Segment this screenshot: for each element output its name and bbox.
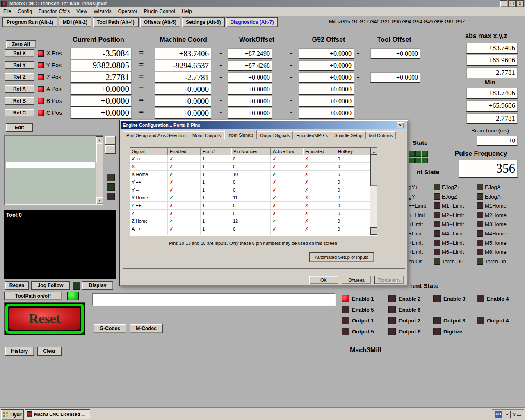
work-offset-dro[interactable]: +87.2490 bbox=[228, 48, 272, 59]
taskbar-task-button[interactable]: Mach3 CNC Licensed ... bbox=[25, 409, 90, 419]
current-position-dro[interactable]: +0.0000 bbox=[70, 83, 132, 95]
pin-number-cell[interactable]: 0 bbox=[231, 178, 271, 186]
table-row[interactable]: A -- ✗ 1 0 ✗ ✗ 0 bbox=[130, 233, 377, 236]
ref-axis-button[interactable]: Ref C bbox=[5, 109, 34, 116]
table-row[interactable]: Z -- ✗ 1 0 ✗ ✗ 0 bbox=[130, 210, 377, 217]
table-row[interactable]: Y ++ ✗ 1 0 ✗ ✗ 0 bbox=[130, 178, 377, 186]
hotkey-cell[interactable]: 0 bbox=[336, 225, 370, 233]
g92-offset-dro[interactable]: +0.0000 bbox=[299, 48, 354, 59]
clock[interactable]: 9:11 bbox=[513, 412, 521, 417]
display-mode-button[interactable]: Display bbox=[82, 281, 113, 290]
port-number-cell[interactable]: 1 bbox=[201, 210, 231, 217]
hotkey-cell[interactable]: 0 bbox=[336, 194, 370, 202]
port-number-cell[interactable]: 1 bbox=[201, 233, 231, 236]
dialog-tab[interactable]: Output Signals bbox=[257, 131, 293, 139]
enabled-state-icon[interactable]: ✔ bbox=[168, 217, 201, 225]
emulated-state-icon[interactable]: ✗ bbox=[303, 202, 336, 210]
work-offset-dro[interactable]: +0.0000 bbox=[228, 96, 272, 107]
active-low-state-icon[interactable]: ✗ bbox=[271, 233, 303, 236]
signal-name-cell[interactable]: X -- bbox=[130, 163, 168, 171]
enabled-state-icon[interactable]: ✗ bbox=[168, 210, 201, 217]
table-column-header[interactable]: Emulated bbox=[303, 148, 336, 155]
table-column-header[interactable]: Pin Number bbox=[231, 148, 271, 155]
table-column-header[interactable]: Signal bbox=[130, 148, 168, 155]
dialog-tab[interactable]: Encoder/MPG's bbox=[293, 131, 331, 139]
active-low-state-icon[interactable]: ✔ bbox=[271, 217, 303, 225]
port-number-cell[interactable]: 1 bbox=[201, 178, 231, 186]
machine-coord-dro[interactable]: +0.0000 bbox=[155, 96, 211, 107]
port-number-cell[interactable]: 1 bbox=[201, 194, 231, 202]
signal-name-cell[interactable]: Y ++ bbox=[130, 178, 168, 186]
hotkey-cell[interactable]: 0 bbox=[336, 202, 370, 210]
machine-coord-dro[interactable]: +83.7406 bbox=[155, 48, 211, 59]
table-row[interactable]: Z Home ✔ 1 12 ✔ ✗ 0 bbox=[130, 217, 377, 225]
active-low-state-icon[interactable]: ✗ bbox=[271, 202, 303, 210]
pin-number-cell[interactable]: 0 bbox=[231, 186, 271, 194]
scrollbar-thumb[interactable] bbox=[370, 154, 377, 186]
port-number-cell[interactable]: 1 bbox=[201, 186, 231, 194]
table-column-header[interactable]: Enabled bbox=[168, 148, 201, 155]
machine-coord-dro[interactable]: -2.7781 bbox=[155, 72, 211, 83]
table-row[interactable]: X ++ ✗ 1 0 ✗ ✗ 0 bbox=[130, 155, 377, 163]
signal-name-cell[interactable]: Z ++ bbox=[130, 202, 168, 210]
clear-button[interactable]: Clear bbox=[37, 347, 62, 356]
active-low-state-icon[interactable]: ✔ bbox=[271, 171, 303, 178]
ref-axis-button[interactable]: Ref Y bbox=[5, 61, 34, 69]
aux-button[interactable] bbox=[105, 136, 116, 145]
emulated-state-icon[interactable]: ✗ bbox=[303, 217, 336, 225]
hotkey-cell[interactable]: 0 bbox=[336, 171, 370, 178]
enabled-state-icon[interactable]: ✗ bbox=[168, 202, 201, 210]
table-row[interactable]: X Home ✔ 1 10 ✔ ✗ 0 bbox=[130, 171, 377, 178]
table-row[interactable]: Y -- ✗ 1 0 ✗ ✗ 0 bbox=[130, 186, 377, 194]
emulated-state-icon[interactable]: ✗ bbox=[303, 233, 336, 236]
toolpath-display[interactable]: Tool:0 bbox=[4, 210, 116, 279]
edit-button[interactable]: Edit bbox=[6, 123, 33, 132]
active-low-state-icon[interactable]: ✗ bbox=[271, 163, 303, 171]
cancel-button[interactable]: Отмена bbox=[342, 276, 371, 284]
ok-button[interactable]: OK bbox=[309, 276, 338, 284]
port-number-cell[interactable]: 1 bbox=[201, 225, 231, 233]
ref-axis-button[interactable]: Ref X bbox=[5, 49, 34, 57]
table-column-header[interactable]: HotKey bbox=[336, 148, 370, 155]
enabled-state-icon[interactable]: ✔ bbox=[168, 194, 201, 202]
enabled-state-icon[interactable]: ✔ bbox=[168, 171, 201, 178]
emulated-state-icon[interactable]: ✗ bbox=[303, 155, 336, 163]
start-button[interactable]: Пуск bbox=[1, 409, 24, 420]
active-low-state-icon[interactable]: ✔ bbox=[271, 194, 303, 202]
pin-number-cell[interactable]: 0 bbox=[231, 202, 271, 210]
dialog-close-button[interactable]: × bbox=[397, 122, 404, 128]
hotkey-cell[interactable]: 0 bbox=[336, 210, 370, 217]
emulated-state-icon[interactable]: ✗ bbox=[303, 225, 336, 233]
work-offset-dro[interactable]: +0.0000 bbox=[228, 72, 272, 83]
scroll-down-button[interactable]: ▼ bbox=[370, 227, 377, 235]
port-number-cell[interactable]: 1 bbox=[201, 202, 231, 210]
signal-name-cell[interactable]: Z -- bbox=[130, 210, 168, 217]
emulated-state-icon[interactable]: ✗ bbox=[303, 194, 336, 202]
dialog-tab[interactable]: Spindle Setup bbox=[331, 131, 366, 139]
history-button[interactable]: History bbox=[5, 347, 34, 356]
ref-axis-button[interactable]: Ref Z bbox=[5, 73, 34, 81]
active-low-state-icon[interactable]: ✗ bbox=[271, 186, 303, 194]
port-number-cell[interactable]: 1 bbox=[201, 217, 231, 225]
aux-button[interactable] bbox=[105, 145, 116, 154]
enabled-state-icon[interactable]: ✗ bbox=[168, 233, 201, 236]
current-position-dro[interactable]: -3.5084 bbox=[70, 48, 132, 59]
enabled-state-icon[interactable]: ✗ bbox=[168, 186, 201, 194]
table-scrollbar[interactable]: ▲ ▼ bbox=[370, 148, 377, 235]
pin-number-cell[interactable]: 11 bbox=[231, 194, 271, 202]
tool-offset-dro[interactable]: +0.0000 bbox=[370, 72, 420, 83]
work-offset-dro[interactable]: +0.0000 bbox=[228, 84, 272, 95]
g92-offset-dro[interactable]: +0.0000 bbox=[299, 84, 354, 95]
pin-number-cell[interactable]: 0 bbox=[231, 233, 271, 236]
status-message-field[interactable] bbox=[92, 293, 336, 306]
tool-offset-dro[interactable]: +0.0000 bbox=[370, 48, 420, 59]
port-number-cell[interactable]: 1 bbox=[201, 155, 231, 163]
scrollbar-thumb[interactable] bbox=[96, 143, 103, 162]
g92-offset-dro[interactable]: +0.0000 bbox=[299, 108, 354, 119]
toolpath-toggle-button[interactable]: ToolPath on/off bbox=[4, 292, 62, 300]
dialog-tab[interactable]: Input Signals bbox=[224, 130, 257, 139]
pin-number-cell[interactable]: 0 bbox=[231, 155, 271, 163]
port-number-cell[interactable]: 1 bbox=[201, 171, 231, 178]
machine-coord-dro[interactable]: +0.0000 bbox=[155, 84, 211, 95]
pin-number-cell[interactable]: 12 bbox=[231, 217, 271, 225]
